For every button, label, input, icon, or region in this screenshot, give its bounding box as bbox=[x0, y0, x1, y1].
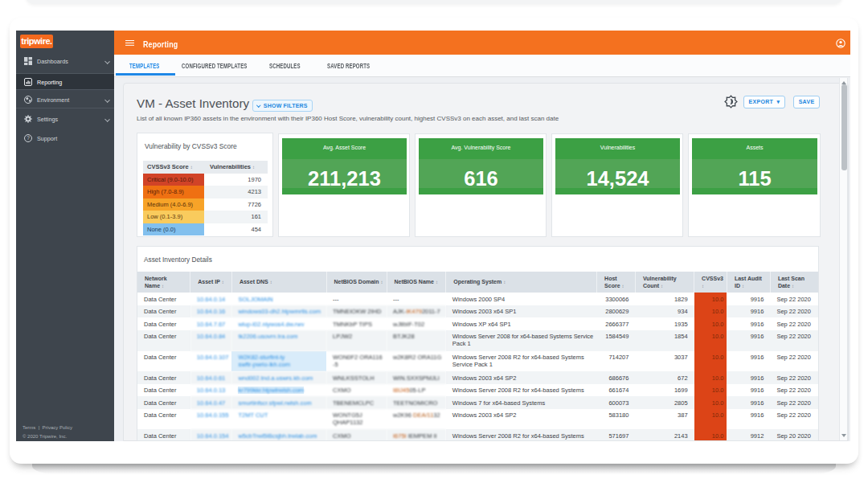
svg-text:?: ? bbox=[27, 135, 30, 141]
